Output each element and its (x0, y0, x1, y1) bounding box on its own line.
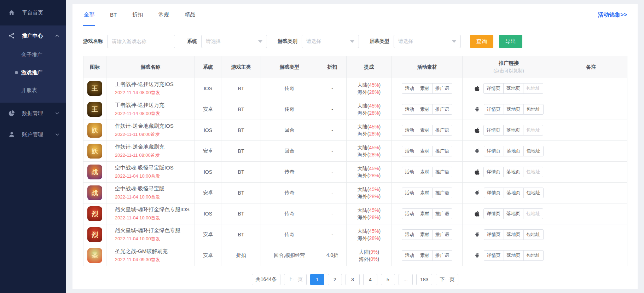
main-type-cell: BT (221, 224, 261, 245)
sidebar-item-label: 数据管理 (22, 110, 43, 117)
slogan-button[interactable]: 推广语 (432, 83, 452, 94)
detail-page-button[interactable]: 详情页 (483, 125, 504, 136)
slogan-button[interactable]: 推广语 (432, 188, 452, 198)
activity-button[interactable]: 活动 (402, 125, 417, 136)
commission-cell: 大陆(45%)海外(28%) (347, 120, 392, 141)
mainland-commission: 大陆(45%) (348, 165, 390, 172)
activity-button[interactable]: 活动 (402, 229, 417, 240)
material-cell: 活动素材推广语 (392, 120, 463, 141)
link-cell: 详情页落地页包地址 (463, 78, 555, 99)
landing-page-button[interactable]: 落地页 (504, 146, 524, 156)
detail-page-button[interactable]: 详情页 (484, 188, 504, 198)
package-url-button[interactable]: 包地址 (523, 250, 544, 261)
page-button[interactable]: 2 (328, 274, 342, 285)
landing-page-button[interactable]: 落地页 (503, 125, 523, 136)
package-url-button[interactable]: 包地址 (523, 208, 543, 219)
tab-item[interactable]: BT (109, 4, 117, 26)
activity-button[interactable]: 活动 (402, 208, 417, 219)
material-button[interactable]: 素材 (417, 208, 433, 219)
activity-button[interactable]: 活动 (402, 250, 417, 261)
discount-cell: 4.0折 (318, 245, 347, 266)
detail-page-button[interactable]: 详情页 (484, 146, 504, 156)
material-button[interactable]: 素材 (417, 250, 433, 261)
landing-page-button[interactable]: 落地页 (503, 83, 523, 94)
slogan-button[interactable]: 推广语 (432, 208, 452, 219)
tab-item[interactable]: 常规 (158, 4, 170, 26)
detail-page-button[interactable]: 详情页 (484, 250, 504, 261)
package-url-button[interactable]: 包地址 (523, 125, 543, 136)
activity-button[interactable]: 活动 (402, 167, 417, 177)
game-category-select[interactable]: 请选择 (302, 35, 359, 48)
package-url-button[interactable]: 包地址 (523, 104, 544, 115)
link-cell: 详情页落地页包地址 (463, 224, 555, 245)
caret-down-icon (452, 40, 456, 43)
detail-page-button[interactable]: 详情页 (484, 229, 504, 240)
table-row: 烈烈火皇城-魂环打金绿色专服IOS2022-11-04 10:00首发IOSBT… (83, 203, 627, 224)
slogan-button[interactable]: 推广语 (432, 146, 452, 156)
page-ellipsis[interactable]: ... (399, 274, 413, 285)
landing-page-button[interactable]: 落地页 (503, 208, 523, 219)
slogan-button[interactable]: 推广语 (432, 250, 452, 261)
game-category-label: 游戏类别 (278, 38, 297, 45)
activity-button[interactable]: 活动 (402, 104, 417, 115)
material-button[interactable]: 素材 (417, 125, 433, 136)
sidebar-item-promotion-center[interactable]: 推广中心 (0, 25, 66, 46)
sidebar-item-platform-home[interactable]: 平台首页 (0, 0, 66, 25)
page-button[interactable]: 5 (381, 274, 395, 285)
page-button[interactable]: 4 (363, 274, 377, 285)
landing-page-button[interactable]: 落地页 (503, 167, 523, 177)
name-cell: 王者战神-送挂送万充2022-11-14 08:00首发 (106, 99, 195, 120)
column-header: 游戏名称 (106, 56, 195, 78)
activity-button[interactable]: 活动 (402, 146, 417, 156)
landing-page-button[interactable]: 落地页 (504, 104, 524, 115)
discount-cell: - (318, 78, 347, 99)
game-name-input[interactable] (107, 35, 175, 48)
tab-item[interactable]: 全部 (83, 4, 95, 26)
material-button[interactable]: 素材 (417, 167, 433, 177)
material-button[interactable]: 素材 (417, 146, 433, 156)
sidebar-item-server-schedule[interactable]: 开服表 (0, 81, 66, 99)
sidebar-item-data-management[interactable]: 数据管理 (0, 103, 66, 124)
slogan-button[interactable]: 推广语 (432, 104, 452, 115)
package-url-button[interactable]: 包地址 (523, 83, 543, 94)
screen-type-select[interactable]: 请选择 (394, 35, 461, 48)
detail-page-button[interactable]: 详情页 (483, 167, 504, 177)
tab-item[interactable]: 精品 (184, 4, 196, 26)
sidebar-item-game-promotion[interactable]: 游戏推广 (0, 64, 66, 81)
chevron-down-icon (55, 111, 60, 116)
detail-page-button[interactable]: 详情页 (484, 104, 504, 115)
landing-page-button[interactable]: 落地页 (504, 229, 524, 240)
sidebar-item-account-management[interactable]: 账户管理 (0, 124, 66, 145)
select-placeholder: 请选择 (206, 38, 221, 45)
material-button[interactable]: 素材 (417, 104, 433, 115)
material-button[interactable]: 素材 (417, 229, 433, 240)
slogan-button[interactable]: 推广语 (432, 229, 452, 240)
activity-button[interactable]: 活动 (402, 83, 417, 94)
package-url-button[interactable]: 包地址 (523, 188, 544, 198)
activity-collection-link[interactable]: 活动锦集>> (598, 11, 627, 19)
package-url-button[interactable]: 包地址 (523, 167, 543, 177)
system-select[interactable]: 请选择 (201, 35, 267, 48)
slogan-button[interactable]: 推广语 (432, 167, 452, 177)
tab-item[interactable]: 折扣 (132, 4, 144, 26)
activity-button[interactable]: 活动 (402, 188, 417, 198)
material-button[interactable]: 素材 (417, 83, 433, 94)
detail-page-button[interactable]: 详情页 (483, 208, 504, 219)
page-button[interactable]: 183 (416, 274, 432, 285)
discount-cell: - (318, 120, 347, 141)
material-button[interactable]: 素材 (417, 188, 433, 198)
next-page-button[interactable]: 下一页 (436, 274, 458, 285)
landing-page-button[interactable]: 落地页 (504, 250, 524, 261)
page-button[interactable]: 1 (310, 274, 324, 285)
page-button[interactable]: 3 (346, 274, 360, 285)
package-url-button[interactable]: 包地址 (523, 229, 544, 240)
overseas-commission: 海外(28%) (348, 172, 390, 179)
search-button[interactable]: 查询 (470, 35, 493, 48)
landing-page-button[interactable]: 落地页 (504, 188, 524, 198)
detail-page-button[interactable]: 详情页 (483, 83, 504, 94)
sidebar-item-box-promotion[interactable]: 盒子推广 (0, 46, 66, 64)
package-url-button[interactable]: 包地址 (523, 146, 544, 156)
slogan-button[interactable]: 推广语 (432, 125, 452, 136)
export-button[interactable]: 导出 (499, 35, 522, 48)
prev-page-button[interactable]: 上一页 (284, 274, 307, 285)
